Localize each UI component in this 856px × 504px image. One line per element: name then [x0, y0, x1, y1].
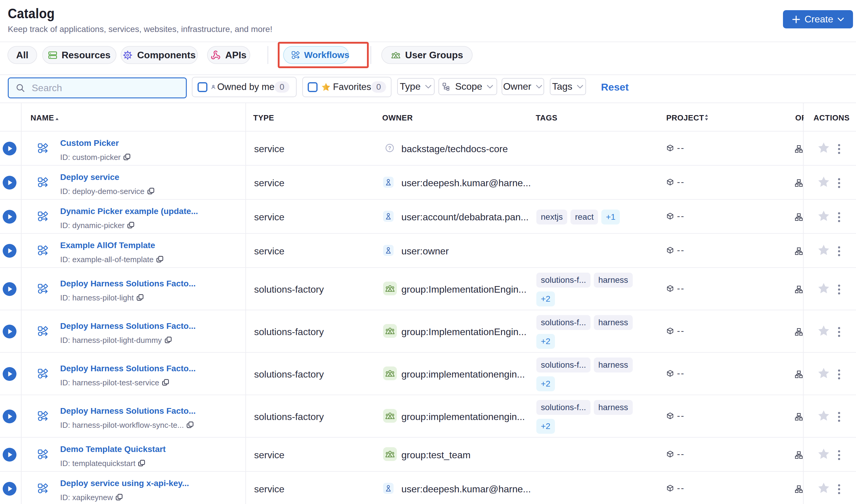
svg-text:?: ?	[388, 146, 391, 151]
